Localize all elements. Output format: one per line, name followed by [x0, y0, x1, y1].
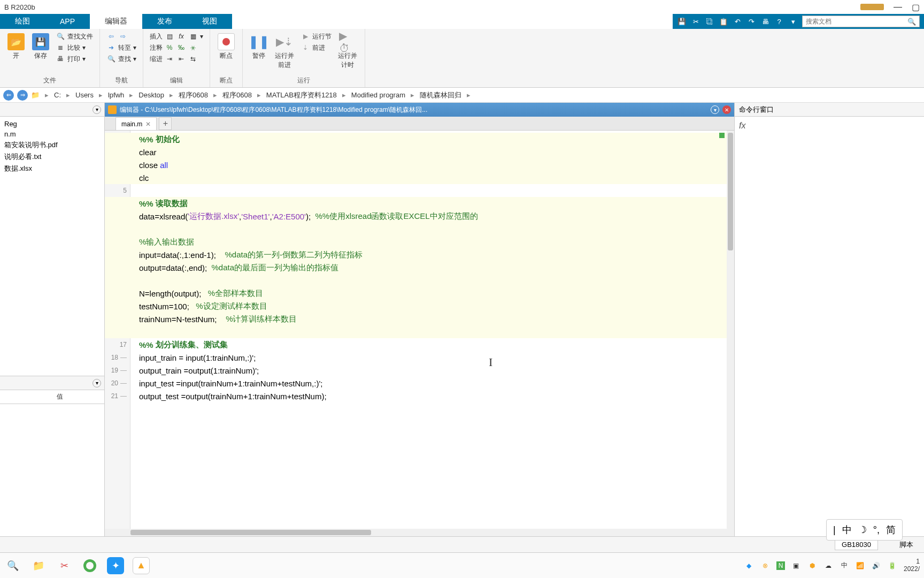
workspace-col-name[interactable] — [0, 390, 52, 404]
minimize-button[interactable]: — — [894, 2, 902, 12]
panel-menu-icon[interactable]: ▾ — [93, 105, 101, 114]
list-item[interactable]: 箱安装说明书.pdf — [0, 139, 104, 151]
app-blue-icon[interactable]: ✦ — [107, 557, 124, 574]
redo-icon[interactable]: ↷ — [746, 17, 756, 26]
app-title: B R2020b — [4, 3, 35, 11]
close-icon[interactable]: ✕ — [722, 105, 731, 114]
tray-icon[interactable]: ⬢ — [807, 561, 817, 571]
battery-icon — [860, 4, 884, 10]
command-title: 命令行窗口 — [735, 103, 924, 117]
moon-icon[interactable]: ☽ — [858, 524, 867, 536]
tab-plot[interactable]: 绘图 — [0, 14, 45, 29]
search-taskbar-icon[interactable]: 🔍 — [4, 557, 21, 574]
run-section-button[interactable]: ▶运行节 — [299, 31, 333, 42]
battery-tray-icon[interactable]: 🔋 — [888, 561, 897, 571]
toolstrip-tabs: 绘图 APP 编辑器 发布 视图 💾 ✂ ⿻ 📋 ↶ ↷ 🖶 ? ▾ 🔍 — [0, 14, 924, 29]
search-docs[interactable]: 🔍 — [802, 16, 920, 27]
ime-cursor-icon: | — [833, 524, 836, 536]
main-area: ▾ Reg n.m 箱安装说明书.pdf 说明必看.txt 数据.xlsx ▾ … — [0, 103, 924, 536]
current-folder-panel: ▾ Reg n.m 箱安装说明书.pdf 说明必看.txt 数据.xlsx ▾ … — [0, 103, 105, 536]
dropdown-icon[interactable]: ▾ — [788, 17, 798, 26]
ribbon-edit-group: 插入 ▤fx▦▾ 注释 %‰⚹ 缩进 ⇥⇤⇆ 编辑 — [143, 29, 210, 87]
help-icon[interactable]: ? — [774, 17, 784, 26]
compare-button[interactable]: ≣比较▾ — [55, 42, 94, 53]
command-window: 命令行窗口 fx — [735, 103, 924, 536]
matlab-icon[interactable]: ▲ — [133, 557, 150, 574]
ribbon-file-group: 📂 开 💾 保存 🔍查找文件 ≣比较▾ 🖶打印▾ 文件 — [0, 29, 100, 87]
nav-fwd-icon[interactable]: ⇒ — [17, 90, 28, 101]
find-files-button[interactable]: 🔍查找文件 — [55, 31, 94, 42]
tray-icon[interactable]: ▣ — [791, 561, 801, 571]
ime-punct-icon[interactable]: °, — [873, 524, 880, 536]
list-item[interactable]: Reg — [0, 119, 104, 129]
tray-lang[interactable]: 中 — [840, 561, 849, 571]
fx-prompt-icon: fx — [739, 121, 745, 130]
workspace-col-value[interactable]: 值 — [52, 390, 105, 404]
tray-icon[interactable]: ⊗ — [760, 561, 770, 571]
list-item[interactable]: n.m — [0, 129, 104, 139]
pause-button[interactable]: ❚❚ 暂停 — [248, 31, 270, 72]
save-button[interactable]: 💾 保存 — [30, 31, 51, 64]
print-button[interactable]: 🖶打印▾ — [55, 54, 94, 64]
tray-icon[interactable]: N — [776, 561, 785, 570]
explorer-icon[interactable]: 📁 — [30, 557, 47, 574]
snip-icon[interactable]: ✂ — [56, 557, 73, 574]
print-icon[interactable]: 🖶 — [760, 17, 770, 26]
tab-publish[interactable]: 发布 — [142, 14, 187, 29]
nav-back-button[interactable]: ⇦⇨ — [105, 31, 137, 42]
ime-mode[interactable]: 简 — [886, 523, 896, 536]
paste-icon[interactable]: 📋 — [719, 17, 728, 26]
undo-icon[interactable]: ↶ — [733, 17, 742, 26]
editor-tabs: main.m ✕ + — [105, 117, 734, 131]
search-icon[interactable]: 🔍 — [907, 18, 916, 26]
indent-button[interactable]: 缩进 ⇥⇤⇆ — [149, 54, 204, 64]
nav-back-icon[interactable]: ⇐ — [3, 90, 14, 101]
open-button[interactable]: 📂 开 — [5, 31, 27, 64]
maximize-button[interactable]: ▢ — [912, 2, 920, 12]
code-body[interactable]: %% 初始化 clear close all clc %% 读取数据 data=… — [130, 131, 734, 529]
tab-close-icon[interactable]: ✕ — [145, 120, 151, 128]
wifi-icon[interactable]: 📶 — [856, 561, 865, 571]
editor-panel: 编辑器 - C:\Users\lpfwh\Desktop\程序0608\程序06… — [105, 103, 735, 536]
command-body[interactable]: fx — [735, 117, 924, 536]
horizontal-scrollbar[interactable] — [105, 529, 734, 536]
tray-icon[interactable]: ☁ — [823, 561, 833, 571]
ime-toolbar[interactable]: | 中 ☽ °, 简 — [826, 519, 903, 541]
ime-lang[interactable]: 中 — [842, 523, 852, 536]
volume-icon[interactable]: 🔊 — [872, 561, 881, 571]
tab-app[interactable]: APP — [45, 14, 90, 29]
code-editor[interactable]: 1 2— 3— 4— 5 6 7— 8 9 10— 11— 12 13— 14—… — [105, 131, 734, 529]
cut-icon[interactable]: ✂ — [691, 17, 700, 26]
chrome-icon[interactable] — [81, 557, 98, 574]
comment-button[interactable]: 注释 %‰⚹ — [149, 42, 204, 53]
editor-titlebar[interactable]: 编辑器 - C:\Users\lpfwh\Desktop\程序0608\程序06… — [105, 103, 734, 117]
address-bar[interactable]: ⇐ ⇒ 📁 ▸C: ▸Users ▸lpfwh ▸Desktop ▸程序0608… — [0, 88, 924, 103]
tray-icon[interactable]: ◆ — [744, 561, 754, 571]
tab-view[interactable]: 视图 — [187, 14, 232, 29]
clock[interactable]: 1 2022/ — [904, 558, 920, 572]
encoding-status[interactable]: GB18030 — [835, 539, 878, 550]
run-advance-button[interactable]: ▶⇣ 运行并 前进 — [273, 31, 296, 72]
folder-icon[interactable]: 📁 — [31, 91, 40, 99]
file-list[interactable]: Reg n.m 箱安装说明书.pdf 说明必看.txt 数据.xlsx — [0, 117, 104, 376]
run-time-button[interactable]: ▶⏱ 运行并 计时 — [336, 31, 359, 72]
editor-icon — [108, 105, 117, 114]
find-button[interactable]: 🔍查找▾ — [105, 54, 137, 64]
save-icon[interactable]: 💾 — [677, 17, 687, 26]
add-tab-button[interactable]: + — [159, 117, 172, 130]
breakpoint-button[interactable]: 断点 — [215, 31, 237, 63]
ribbon-nav-group: ⇦⇨ ➜转至▾ 🔍查找▾ 导航 — [100, 29, 143, 87]
step-button[interactable]: ⇣前进 — [299, 42, 333, 53]
goto-button[interactable]: ➜转至▾ — [105, 42, 137, 53]
statusbar: GB18030 脚本 | 中 ☽ °, 简 — [0, 536, 924, 552]
file-tab-main[interactable]: main.m ✕ — [116, 117, 157, 130]
ribbon-run-group: ❚❚ 暂停 ▶⇣ 运行并 前进 ▶运行节 ⇣前进 ▶⏱ 运行并 计时 运行 — [243, 29, 365, 87]
list-item[interactable]: 数据.xlsx — [0, 163, 104, 174]
list-item[interactable]: 说明必看.txt — [0, 151, 104, 163]
editor-menu-icon[interactable]: ▾ — [711, 105, 719, 114]
panel-menu-icon[interactable]: ▾ — [93, 379, 101, 387]
insert-button[interactable]: 插入 ▤fx▦▾ — [149, 31, 204, 42]
search-input[interactable] — [806, 18, 907, 25]
tab-editor[interactable]: 编辑器 — [90, 14, 142, 29]
copy-icon[interactable]: ⿻ — [705, 17, 714, 26]
